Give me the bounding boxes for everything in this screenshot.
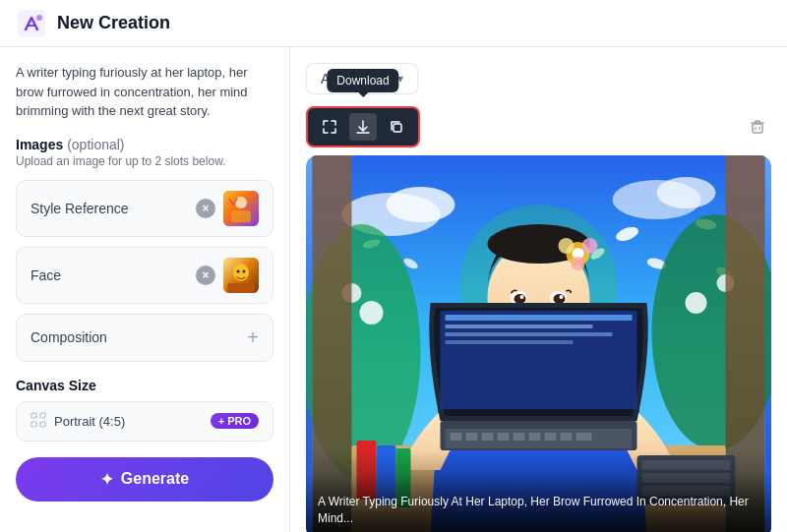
images-subtitle: Upload an image for up to 2 slots below. (16, 154, 273, 168)
svg-rect-59 (451, 433, 462, 441)
svg-rect-62 (498, 433, 510, 441)
right-panel: All Projects ▾ Download (290, 47, 787, 532)
prompt-text: A writer typing furiously at her laptop,… (16, 63, 273, 121)
face-thumb (223, 258, 259, 293)
style-reference-remove[interactable]: × (196, 199, 215, 218)
svg-rect-14 (394, 124, 401, 132)
svg-rect-11 (40, 413, 45, 418)
action-bar: Download (306, 106, 771, 148)
style-thumb-image (223, 191, 259, 226)
delete-button[interactable] (744, 113, 771, 141)
svg-point-54 (560, 295, 564, 299)
header: New Creation (0, 0, 787, 47)
svg-rect-12 (31, 422, 36, 427)
svg-rect-67 (576, 433, 592, 441)
action-icons-container: Download (306, 106, 420, 148)
composition-label: Composition (30, 329, 107, 345)
image-caption: A Writer Typing Furiously At Her Laptop,… (306, 474, 771, 532)
composition-slot[interactable]: Composition + (16, 314, 273, 362)
svg-rect-71 (446, 332, 613, 336)
canvas-section-title: Canvas Size (16, 378, 273, 393)
copy-button[interactable] (383, 113, 410, 141)
svg-rect-10 (31, 413, 36, 418)
left-panel: A writer typing furiously at her laptop,… (0, 47, 290, 532)
generate-sparkle-icon: ✦ (100, 470, 113, 489)
svg-rect-65 (545, 433, 557, 441)
style-reference-slot: Style Reference × (16, 180, 273, 237)
style-reference-controls: × (196, 191, 259, 226)
svg-point-47 (559, 238, 575, 254)
svg-point-7 (237, 269, 240, 272)
canvas-size-row[interactable]: Portrait (4:5) + PRO (16, 401, 273, 442)
main-layout: A writer typing furiously at her laptop,… (0, 47, 787, 532)
pro-badge: + PRO (211, 413, 259, 429)
svg-point-20 (657, 177, 716, 208)
svg-rect-64 (529, 433, 541, 441)
svg-rect-15 (753, 124, 762, 133)
svg-rect-66 (561, 433, 573, 441)
svg-rect-72 (446, 340, 574, 344)
download-tooltip: Download (327, 69, 398, 92)
svg-point-53 (520, 295, 524, 299)
svg-rect-61 (482, 433, 494, 441)
face-slot: Face × (16, 247, 273, 304)
style-reference-thumb (223, 191, 259, 226)
generate-button[interactable]: ✦ Generate (16, 457, 273, 502)
svg-rect-4 (231, 210, 251, 222)
generate-label: Generate (121, 470, 189, 488)
app-icon (16, 8, 47, 39)
generated-image-card: A Writer Typing Furiously At Her Laptop,… (306, 155, 771, 532)
svg-point-8 (243, 269, 246, 272)
expand-button[interactable] (316, 113, 343, 141)
app-title: New Creation (57, 13, 170, 33)
add-icon: + (247, 326, 259, 349)
svg-point-1 (36, 15, 42, 21)
svg-rect-60 (466, 433, 478, 441)
svg-point-18 (387, 187, 455, 222)
svg-point-48 (572, 257, 585, 270)
svg-rect-0 (18, 10, 45, 37)
face-label: Face (30, 267, 61, 283)
canvas-grid-icon (30, 412, 46, 431)
svg-point-51 (515, 294, 526, 304)
download-button[interactable] (349, 113, 377, 141)
face-remove[interactable]: × (196, 266, 215, 285)
canvas-value: Portrait (4:5) (54, 414, 125, 429)
svg-rect-13 (40, 422, 45, 427)
canvas-left: Portrait (4:5) (30, 412, 125, 431)
face-controls: × (196, 258, 259, 293)
svg-point-31 (360, 301, 384, 325)
svg-point-33 (686, 292, 707, 314)
svg-rect-9 (227, 283, 255, 293)
style-reference-label: Style Reference (30, 201, 129, 216)
images-section-title: Images (optional) (16, 137, 273, 152)
action-icons-group (306, 106, 420, 148)
svg-rect-70 (446, 325, 593, 328)
svg-point-46 (582, 238, 598, 254)
svg-point-52 (554, 294, 566, 304)
svg-rect-63 (514, 433, 525, 441)
svg-point-3 (235, 197, 247, 208)
svg-rect-69 (446, 315, 633, 321)
face-thumb-image (223, 258, 259, 293)
